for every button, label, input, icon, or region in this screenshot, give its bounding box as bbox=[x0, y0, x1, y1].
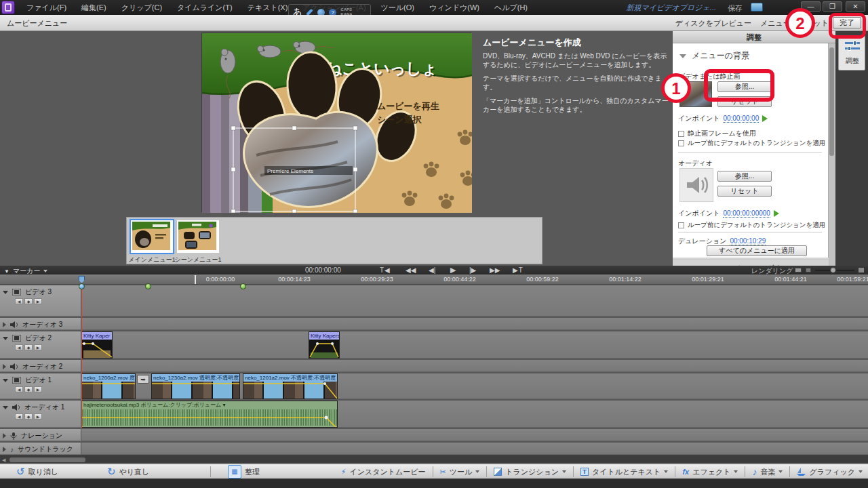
menu-window[interactable]: ウィンドウ(W) bbox=[423, 1, 486, 14]
work-area-start-marker[interactable] bbox=[195, 275, 196, 284]
keyframe-nav-buttons[interactable]: ◀◆▶ bbox=[15, 413, 42, 420]
lane-audio2[interactable] bbox=[81, 360, 868, 372]
music-button[interactable]: ♪ 音楽 bbox=[752, 466, 783, 477]
lane-video3[interactable] bbox=[81, 285, 868, 317]
keyframe-nav-buttons[interactable]: ◀◆▶ bbox=[15, 298, 42, 304]
scene-marker-2[interactable] bbox=[240, 283, 246, 289]
close-button[interactable]: ✕ bbox=[846, 1, 865, 12]
still-frame-checkbox[interactable] bbox=[678, 131, 684, 137]
tools-icon: ✂ bbox=[440, 468, 446, 476]
preview-disc-button[interactable]: ディスクをプレビュー bbox=[675, 18, 751, 28]
zoom-slider-thumb[interactable] bbox=[830, 267, 836, 273]
section-menu-background[interactable]: メニューの背景 bbox=[679, 50, 749, 62]
menu-file[interactable]: ファイル(F) bbox=[20, 1, 73, 14]
adjust-dock-label: 調整 bbox=[839, 56, 866, 66]
clip-kitty-kaper-1[interactable]: Kitty Kaper bbox=[81, 331, 113, 359]
video-inpoint-play-icon[interactable] bbox=[762, 115, 768, 122]
menu-tools[interactable]: ツール(O) bbox=[375, 1, 420, 14]
titles-text-button[interactable]: T タイトルとテキスト bbox=[580, 467, 668, 477]
menu-clip[interactable]: クリップ(C) bbox=[115, 1, 168, 14]
clip-neko-1230a2[interactable]: neko_1230a2.mov 透明度:不透明度 ▾ bbox=[151, 373, 240, 399]
audio-inpoint-play-icon[interactable] bbox=[774, 210, 779, 217]
mode-toolbar: ムービーメニュー ディスクをプレビュー メニューをリセット 完了 bbox=[0, 15, 868, 31]
track-name: オーディオ 3 bbox=[22, 320, 62, 329]
step-forward-button[interactable]: |▶ bbox=[469, 266, 476, 274]
lightning-icon: ⚡ bbox=[341, 468, 347, 476]
clip-neko-1200a2[interactable]: neko_1200a2.mov 度 ▾ bbox=[81, 373, 136, 399]
collapse-triangle-icon[interactable] bbox=[679, 54, 686, 58]
timeline-ruler[interactable]: 0:00:00:00 00:00:14:23 00:00:29:23 00:00… bbox=[0, 274, 868, 285]
undo-icon: ↺ bbox=[16, 466, 25, 478]
timeline-toolbar: ▼ マーカー 00:00:00:00 T◀ ◀◀ ◀| ▶ |▶ ▶▶ ▶T レ… bbox=[0, 266, 868, 274]
play-button[interactable]: ▶ bbox=[450, 266, 456, 274]
audio-browse-button[interactable]: 参照... bbox=[717, 171, 772, 182]
main-menu-marker[interactable] bbox=[79, 283, 85, 289]
transitions-button[interactable]: トランジション bbox=[494, 467, 566, 477]
expand-icon[interactable] bbox=[3, 322, 6, 327]
expand-icon[interactable] bbox=[3, 447, 6, 452]
menu-timeline[interactable]: タイムライン(T) bbox=[171, 1, 239, 14]
loop-transition2-checkbox[interactable] bbox=[678, 222, 684, 228]
thumbnail-main-menu[interactable] bbox=[131, 220, 173, 253]
zoom-small-icon[interactable] bbox=[806, 268, 811, 272]
audio-section-label: オーディオ bbox=[678, 159, 713, 168]
thumbnail-scene-menu-label: シーンメニュー1 bbox=[167, 256, 229, 264]
panel-scrollbar[interactable] bbox=[829, 43, 835, 266]
undo-button[interactable]: ↺ 取り消し bbox=[16, 466, 58, 478]
restore-button[interactable]: ❐ bbox=[823, 1, 842, 12]
adjust-dock-tab[interactable]: 調整 bbox=[838, 35, 865, 70]
menu-edit[interactable]: 編集(E) bbox=[75, 1, 113, 14]
expand-icon[interactable] bbox=[3, 337, 8, 340]
clip-hajimetenootsukai-audio[interactable]: hajimetenootsukai.mp3 ボリューム:クリップ:ボリューム ▾ bbox=[81, 401, 338, 428]
effects-button[interactable]: fx エフェクト bbox=[682, 467, 738, 477]
next-clip-button[interactable]: ▶▶ bbox=[490, 266, 500, 274]
save-button[interactable]: 保存 bbox=[728, 3, 743, 14]
menu-help[interactable]: ヘルプ(H) bbox=[488, 1, 534, 14]
track-header-video1: ビデオ 1 ◀◆▶ bbox=[0, 373, 81, 399]
prev-clip-button[interactable]: ◀◀ bbox=[406, 266, 416, 274]
loop-transition2-label: ループ前にデフォルトのトランジションを適用 bbox=[688, 221, 825, 230]
redo-button[interactable]: ↻ やり直し bbox=[107, 466, 149, 478]
keyframe-nav-buttons[interactable]: ◀◆▶ bbox=[15, 386, 42, 392]
expand-icon[interactable] bbox=[3, 406, 8, 409]
tools-button[interactable]: ✂ ツール bbox=[440, 467, 480, 477]
step-back-button[interactable]: ◀| bbox=[429, 266, 435, 274]
clip-kitty-kapers-2[interactable]: Kitty Kapers bbox=[309, 331, 340, 359]
lane-video2[interactable] bbox=[81, 331, 868, 359]
scroll-thumb[interactable] bbox=[9, 458, 85, 462]
save-icon[interactable] bbox=[751, 3, 763, 12]
playhead-line[interactable] bbox=[81, 285, 82, 428]
playhead-handle[interactable] bbox=[79, 276, 85, 283]
zoom-in-icon[interactable] bbox=[858, 267, 865, 273]
lane-narration[interactable] bbox=[81, 429, 868, 441]
lane-audio3[interactable] bbox=[81, 318, 868, 330]
menu-text[interactable]: テキスト(X) bbox=[241, 1, 294, 14]
transition-badge[interactable]: ➥ bbox=[137, 375, 149, 384]
expand-icon[interactable] bbox=[3, 364, 6, 369]
loop-transition-checkbox[interactable] bbox=[678, 140, 684, 146]
timeline-hscrollbar[interactable]: ◀ bbox=[0, 455, 868, 463]
scene-marker-1[interactable] bbox=[145, 283, 151, 289]
goto-in-button[interactable]: T◀ bbox=[380, 266, 391, 274]
keyframe-nav-buttons[interactable]: ◀◆▶ bbox=[15, 344, 42, 350]
expand-icon[interactable] bbox=[3, 433, 6, 439]
lane-soundtrack[interactable] bbox=[81, 443, 868, 455]
zoom-out-icon[interactable] bbox=[795, 268, 802, 272]
goto-out-button[interactable]: ▶T bbox=[513, 266, 524, 274]
instant-movie-button[interactable]: ⚡ インスタントムービー bbox=[341, 467, 426, 477]
track-header-audio1: オーディオ 1 ◀◆▶ bbox=[0, 401, 81, 428]
audio-inpoint-value[interactable]: 00:00:00:00000 bbox=[723, 209, 770, 218]
expand-icon[interactable] bbox=[3, 291, 8, 294]
apply-all-menus-button[interactable]: すべてのメニューに適用 bbox=[707, 245, 807, 256]
video-inpoint-value[interactable]: 00:00:00:00 bbox=[723, 115, 759, 123]
duration-value[interactable]: 00:00:10:29 bbox=[730, 237, 766, 245]
current-timecode[interactable]: 00:00:00:00 bbox=[305, 266, 341, 274]
expand-icon[interactable] bbox=[3, 379, 8, 382]
organize-button[interactable]: ▦ 整理 bbox=[228, 465, 260, 479]
clip-neko-1201a2[interactable]: neko_1201a2.mov 不透明度:不透明度 ▾ bbox=[243, 373, 338, 399]
scroll-left-arrow[interactable]: ◀ bbox=[2, 458, 5, 463]
graphics-button[interactable]: グラフィック bbox=[797, 467, 863, 477]
thumbnail-scene-menu[interactable] bbox=[177, 220, 219, 253]
audio-reset-button[interactable]: リセット bbox=[717, 186, 772, 197]
menu-preview-canvas[interactable]: ねこといっしょ ねこといっしょ Premiere Elements ムービーを再… bbox=[201, 33, 471, 212]
